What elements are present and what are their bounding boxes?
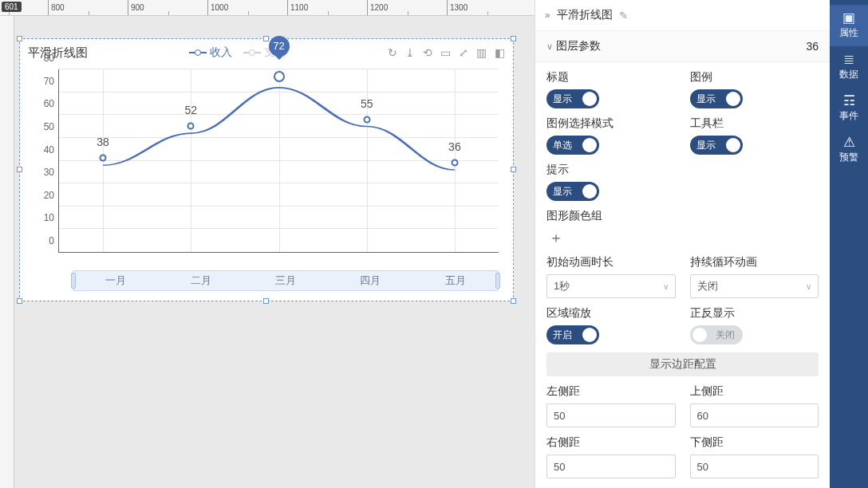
tooltip-toggle[interactable]: 显示 [546,182,599,201]
legend-item[interactable]: 收入 [189,45,232,60]
zoom-icon[interactable]: ▭ [440,46,451,59]
dataview-icon[interactable]: ⤢ [459,46,468,59]
prop-label-colorgroup: 图形颜色组 [546,209,819,223]
prop-label-initanim: 初始动画时长 [546,255,676,270]
canvas[interactable]: 601 700 800 900 1000 1100 1200 1300 平滑折线… [0,0,535,488]
download-icon[interactable]: ⤓ [405,46,415,59]
chart-toolbar: ↻ ⤓ ⟲ ▭ ⤢ ▥ ◧ [388,46,505,59]
chart-title: 平滑折线图 [28,45,88,61]
edit-icon[interactable]: ✎ [619,10,628,22]
data-point[interactable] [187,123,195,130]
margin-bottom-input[interactable] [690,455,819,478]
prop-label-toolbar: 工具栏 [690,116,819,131]
alert-icon: ⚠ [843,136,855,149]
data-label: 55 [361,97,373,110]
data-point[interactable] [100,155,107,162]
zoom-back-icon[interactable]: ⟲ [423,46,432,59]
section-header[interactable]: ∨图层参数 36 [535,31,830,62]
right-sidebar: ▣ 属性 ≣ 数据 ☶ 事件 ⚠ 预警 [830,0,868,488]
prop-label-margin-top: 上侧距 [690,384,819,399]
resize-handle[interactable] [17,167,22,172]
line-series [59,69,499,252]
panel-title: 平滑折线图 [557,8,613,22]
data-label: 52 [185,104,198,116]
legend-marker-icon [243,52,261,53]
legend-toggle[interactable]: 显示 [690,89,743,108]
prop-label-loopanim: 持续循环动画 [690,255,819,270]
chevron-down-icon: ∨ [663,282,669,291]
margin-config-button[interactable]: 显示边距配置 [546,352,819,376]
properties-icon: ▣ [842,11,855,25]
title-toggle[interactable]: 显示 [546,89,599,108]
sidebar-tab-data[interactable]: ≣ 数据 [830,46,868,88]
section-count: 36 [806,40,819,53]
prop-label-tooltip: 提示 [546,163,676,177]
sidebar-tab-events[interactable]: ☶ 事件 [830,88,868,129]
data-tooltip-bubble: 72 [269,36,290,57]
properties-panel: » 平滑折线图 ✎ ∨图层参数 36 标题 显示 图例 显示 图例选择模式 单选 [535,0,830,488]
data-point[interactable] [451,159,458,166]
ruler-horizontal: 700 800 900 1000 1100 1200 1300 [0,0,535,16]
ruler-position-badge: 601 [2,2,22,12]
resize-handle[interactable] [511,167,516,172]
loop-anim-select[interactable]: 关闭∨ [690,274,819,298]
margin-top-input[interactable] [690,403,819,427]
margin-left-input[interactable] [546,403,676,427]
prop-label-title: 标题 [546,70,676,85]
init-anim-select[interactable]: 1秒∨ [546,274,676,298]
selected-chart-widget[interactable]: 平滑折线图 收入 支出 ↻ ⤓ ⟲ ▭ ⤢ ▥ ◧ 0 [19,38,514,301]
resize-handle[interactable] [511,36,516,41]
prop-label-reverse: 正反显示 [690,306,819,321]
resize-handle[interactable] [263,36,269,41]
resize-handle[interactable] [17,36,22,41]
collapse-icon[interactable]: » [545,10,550,21]
data-zoom-slider[interactable]: 一月 二月 三月 四月 五月 [73,270,499,291]
toolbar-toggle[interactable]: 显示 [690,136,743,155]
ruler-vertical [0,16,14,488]
resize-handle[interactable] [17,298,22,304]
prop-label-margin-bottom: 下侧距 [690,435,819,450]
prop-label-margin-left: 左侧距 [546,384,676,399]
slider-handle[interactable] [495,273,500,289]
data-label: 36 [448,140,461,153]
legend-marker-icon [189,52,207,53]
bar-icon[interactable]: ▥ [476,46,487,59]
legend-mode-toggle[interactable]: 单选 [546,136,599,155]
refresh-icon[interactable]: ↻ [388,46,397,59]
chevron-down-icon: ∨ [546,41,553,51]
prop-label-legend-mode: 图例选择模式 [546,116,676,131]
slider-handle[interactable] [71,273,76,289]
events-icon: ☶ [843,94,855,108]
reverse-toggle[interactable]: 关闭 [690,325,743,344]
data-point-highlight[interactable] [274,71,285,82]
data-label: 38 [97,136,109,148]
sidebar-tab-alert[interactable]: ⚠ 预警 [830,129,868,171]
resize-handle[interactable] [511,298,516,304]
margin-right-input[interactable] [546,455,676,478]
prop-label-zoom: 区域缩放 [546,306,676,321]
zoom-toggle[interactable]: 开启 [546,325,599,344]
data-point[interactable] [363,116,370,123]
chart-plot-area: 0 10 20 30 40 50 60 70 80 38 52 72 55 [58,69,499,253]
prop-label-legend: 图例 [690,70,819,85]
prop-label-margin-right: 右侧距 [546,435,676,450]
data-icon: ≣ [843,53,854,66]
resize-handle[interactable] [263,298,269,304]
chevron-down-icon: ∨ [806,282,811,291]
stack-icon[interactable]: ◧ [495,46,505,59]
add-color-button[interactable]: ＋ [546,228,566,247]
sidebar-tab-properties[interactable]: ▣ 属性 [830,5,868,46]
